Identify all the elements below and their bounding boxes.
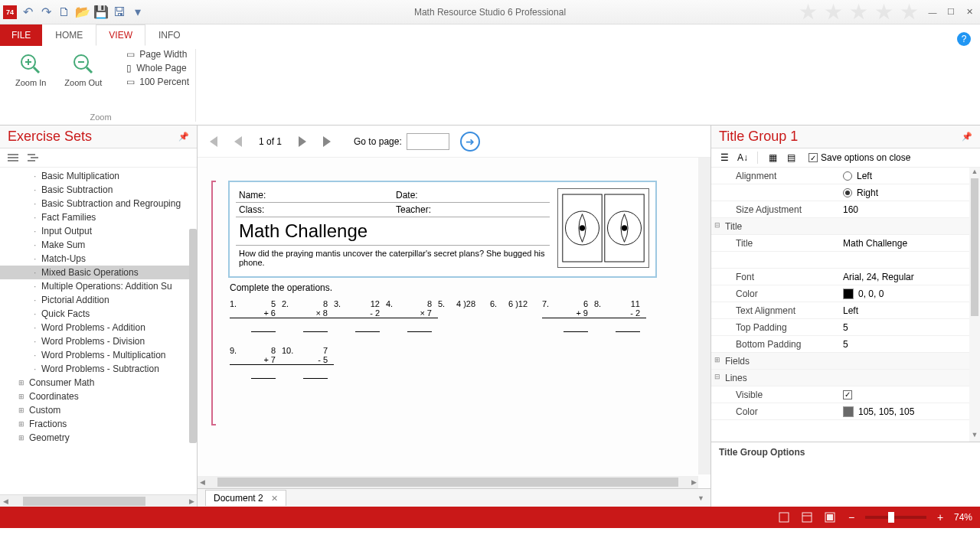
prop-lcolor-value[interactable]: 105, 105, 105	[840, 405, 980, 419]
tree-item[interactable]: Input Output	[0, 224, 197, 238]
view-mode-1-icon[interactable]	[776, 510, 792, 524]
tree-item[interactable]: Pictorial Addition	[0, 293, 197, 307]
tree-item[interactable]: Fact Families	[0, 210, 197, 224]
new-icon[interactable]: 🗋	[58, 6, 70, 18]
props-scroll-up-icon[interactable]: ▲	[969, 168, 980, 178]
tab-file[interactable]: FILE	[0, 24, 42, 46]
preview-vscrollbar[interactable]	[698, 158, 710, 474]
tab-info[interactable]: INFO	[145, 24, 194, 46]
tree-item[interactable]: Word Problems - Subtraction	[0, 362, 197, 376]
radio-left-label: Left	[857, 171, 872, 181]
save-on-close-checkbox[interactable]: ✓ Save options on close	[808, 152, 910, 163]
zoom-plus-button[interactable]: +	[934, 511, 946, 523]
tree-hscrollbar[interactable]: ◀ ▶	[0, 494, 197, 507]
tab-home[interactable]: HOME	[42, 24, 96, 46]
props-scroll-down-icon[interactable]: ▼	[969, 431, 980, 442]
hscroll-thumb[interactable]	[23, 497, 145, 506]
ws-date-field: Date:	[393, 188, 550, 203]
zoom-in-button[interactable]: Zoom In	[12, 49, 49, 90]
tab-view[interactable]: VIEW	[96, 24, 145, 46]
tree-category[interactable]: Fractions	[0, 417, 197, 431]
tree-category[interactable]: Geometry	[0, 431, 197, 445]
tree-item[interactable]: Basic Subtraction	[0, 183, 197, 197]
redo-icon[interactable]: ↷	[40, 6, 52, 18]
psh-left-icon[interactable]: ◀	[198, 478, 207, 486]
page-nav-bar: 1 of 1 Go to page: ➜	[198, 126, 710, 158]
tree-item[interactable]: Mixed Basic Operations	[0, 266, 197, 279]
document-tabs-dropdown-icon[interactable]: ▼	[697, 494, 704, 502]
tree-item[interactable]: Basic Subtraction and Regrouping	[0, 197, 197, 210]
prev-page-button[interactable]	[228, 132, 248, 152]
prop-icon2[interactable]: ▤	[784, 152, 798, 164]
tree-category[interactable]: Consumer Math	[0, 376, 197, 390]
prop-size-value[interactable]: 160	[840, 203, 980, 217]
prop-title-value[interactable]: Math Challenge	[840, 236, 980, 250]
view-mode-2-icon[interactable]	[799, 510, 815, 524]
pct100-button[interactable]: ▭100 Percent	[126, 77, 189, 87]
save-as-icon[interactable]: 🖫	[113, 6, 126, 18]
tree-item[interactable]: Basic Multiplication	[0, 169, 197, 183]
prop-textalign-value[interactable]: Left	[840, 304, 980, 318]
close-button[interactable]: ✕	[962, 6, 977, 18]
tree-item[interactable]: Word Problems - Multiplication	[0, 348, 197, 362]
open-icon[interactable]: 📂	[77, 6, 89, 18]
help-icon[interactable]: ?	[957, 32, 971, 46]
zoom-percentage[interactable]: 74%	[954, 512, 972, 523]
pin-icon[interactable]: 📌	[178, 132, 189, 142]
prop-icon[interactable]: ▦	[766, 152, 779, 164]
next-page-button[interactable]	[292, 132, 312, 152]
view-mode-3-icon[interactable]	[822, 510, 838, 524]
minimize-button[interactable]: —	[925, 6, 940, 18]
pin-icon[interactable]: 📌	[962, 132, 972, 142]
tree-vscroll-thumb[interactable]	[189, 229, 197, 443]
maximize-button[interactable]: ☐	[943, 6, 959, 18]
alpha-view-icon[interactable]: A↓	[736, 152, 750, 164]
zoom-minus-button[interactable]: −	[845, 511, 858, 523]
document-tab-close-icon[interactable]: ✕	[271, 494, 278, 504]
prop-botpad-value[interactable]: 5	[840, 337, 980, 351]
preview-hscrollbar[interactable]: ◀ ▶	[198, 476, 698, 488]
props-scroll-thumb[interactable]	[971, 178, 978, 316]
first-page-button[interactable]	[204, 132, 224, 152]
undo-icon[interactable]: ↶	[21, 6, 34, 18]
prop-section-lines[interactable]: ⊟Lines	[711, 371, 840, 385]
props-vscrollbar[interactable]: ▲ ▼	[969, 168, 980, 442]
qat-dropdown-icon[interactable]: ▾	[132, 6, 144, 18]
prop-alignment-right[interactable]: Right	[840, 186, 980, 200]
zoom-out-button[interactable]: Zoom Out	[61, 49, 105, 90]
whole-page-button[interactable]: ▯Whole Page	[126, 63, 189, 73]
prop-section-title[interactable]: ⊟Title	[711, 220, 840, 233]
psh-right-icon[interactable]: ▶	[689, 478, 698, 486]
zoom-slider-thumb[interactable]	[888, 512, 894, 523]
tree-item[interactable]: Quick Facts	[0, 307, 197, 321]
save-icon[interactable]: 💾	[95, 6, 107, 18]
prop-alignment-left[interactable]: Left	[840, 169, 980, 183]
worksheet[interactable]: Name: Date: Class: Teacher: Math Challen…	[228, 181, 657, 278]
prop-color-value[interactable]: 0, 0, 0	[840, 287, 980, 301]
tree-item[interactable]: Word Problems - Addition	[0, 321, 197, 334]
prop-section-fields[interactable]: ⊞Fields	[711, 354, 840, 368]
prop-font-value[interactable]: Arial, 24, Regular	[840, 270, 980, 284]
hscroll-left-icon[interactable]: ◀	[0, 497, 11, 505]
last-page-button[interactable]	[317, 132, 337, 152]
expand-all-icon[interactable]	[26, 152, 40, 164]
page-width-button[interactable]: ▭Page Width	[126, 49, 189, 60]
zoom-slider[interactable]	[865, 516, 926, 519]
document-tab[interactable]: Document 2 ✕	[205, 490, 286, 506]
cat-view-icon[interactable]: ☰	[717, 152, 731, 164]
collapse-all-icon[interactable]	[6, 152, 20, 164]
prop-visible-value[interactable]: ✓	[840, 389, 980, 401]
radio-icon	[843, 171, 852, 181]
exercise-tree[interactable]: Basic MultiplicationBasic SubtractionBas…	[0, 168, 197, 494]
goto-page-button[interactable]: ➜	[460, 132, 480, 152]
hscroll-right-icon[interactable]: ▶	[186, 497, 197, 505]
prop-toppad-value[interactable]: 5	[840, 321, 980, 334]
tree-item[interactable]: Make Sum	[0, 238, 197, 252]
tree-item[interactable]: Word Problems - Division	[0, 334, 197, 348]
goto-page-input[interactable]	[407, 133, 449, 150]
tree-item[interactable]: Multiple Operations: Addition Su	[0, 279, 197, 293]
tree-category[interactable]: Custom	[0, 403, 197, 417]
tree-item[interactable]: Match-Ups	[0, 252, 197, 266]
tree-category[interactable]: Coordinates	[0, 390, 197, 403]
psh-thumb[interactable]	[217, 478, 678, 487]
